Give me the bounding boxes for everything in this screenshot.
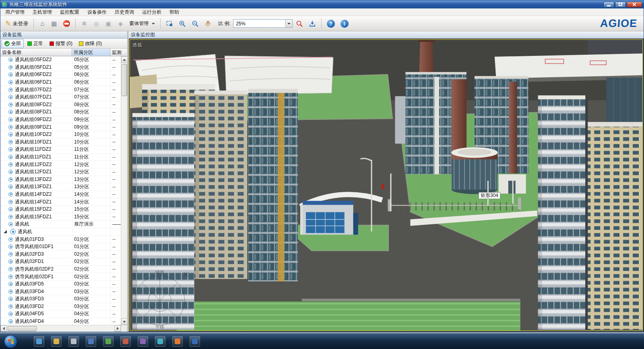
compass-pan-label[interactable]: 平移 [155, 324, 164, 329]
info-button[interactable]: i [338, 18, 351, 29]
table-row[interactable]: 通风机组06FDZ106分区-- [0, 79, 121, 86]
stop-button[interactable] [61, 18, 72, 29]
menu-item[interactable]: 帮助 [165, 8, 183, 16]
horizontal-scroll-thumb[interactable] [8, 326, 37, 331]
table-row[interactable]: 通风机组08FDZ208分区-- [0, 101, 121, 109]
table-row[interactable]: 通风机组05FDZ205分区-- [0, 56, 121, 64]
scroll-down-button[interactable] [121, 318, 128, 325]
home-button[interactable]: ⌂ [37, 18, 48, 29]
vertical-scroll-thumb[interactable] [122, 64, 127, 96]
start-button[interactable] [4, 335, 17, 348]
taskbar-app-button[interactable] [34, 336, 44, 347]
taskbar-app-button[interactable] [155, 336, 165, 347]
taskbar-app-button[interactable] [51, 336, 62, 347]
filter-button[interactable]: 故障 (0) [76, 39, 105, 48]
table-row[interactable]: 通风机组11FDZ211分区-- [0, 146, 121, 154]
scale-combobox[interactable]: 25% [233, 19, 293, 28]
column-header[interactable]: 设备名称 [0, 49, 72, 56]
layout-grid-button[interactable]: ▦ [49, 18, 60, 29]
menu-item[interactable]: 主机管理 [29, 8, 56, 16]
table-row[interactable]: 通风机组14FDZ114分区-- [0, 198, 121, 206]
table-row[interactable]: 通风机03FD303分区-- [0, 296, 121, 303]
table-row[interactable]: 通风机组09FDZ209分区-- [0, 116, 121, 124]
table-row[interactable]: 通风机展厅演示—— [0, 221, 121, 228]
table-row[interactable]: 通风机组14FDZ214分区-- [0, 191, 121, 199]
taskbar-app-button[interactable] [138, 336, 148, 347]
menu-item[interactable]: 设备操作 [83, 8, 111, 16]
close-button[interactable] [627, 2, 642, 8]
menu-item[interactable]: 历史查询 [111, 8, 138, 16]
filter-button[interactable]: 正常 [25, 39, 46, 48]
zoom-in-button[interactable] [176, 18, 188, 29]
table-row[interactable]: 通风机04FD404分区-- [0, 318, 121, 325]
horizontal-scrollbar[interactable] [0, 325, 127, 332]
taskbar-app-button[interactable] [68, 336, 79, 347]
table-row[interactable]: 通风机组12FDZ112分区-- [0, 168, 121, 176]
minimize-button[interactable] [603, 2, 614, 8]
table-row[interactable]: 通风机组09FDZ109分区-- [0, 123, 121, 131]
combo-dropdown-button[interactable] [285, 20, 292, 27]
taskbar-app-button[interactable] [172, 336, 183, 347]
table-row[interactable]: 通风机组06FDZ206分区-- [0, 71, 121, 79]
expander-icon[interactable] [4, 230, 7, 233]
table-row[interactable]: 通风机组07FDZ207分区-- [0, 86, 121, 94]
box-button[interactable]: ▣ [103, 18, 114, 29]
scroll-up-button[interactable] [121, 56, 128, 63]
taskbar-app-button[interactable] [86, 336, 96, 347]
taskbar-app-button[interactable] [190, 336, 200, 347]
fan-control-button[interactable]: ✻ [78, 18, 90, 29]
3d-viewport[interactable]: 透视 矩形304 缩放 平移 [130, 39, 643, 331]
column-header[interactable]: 所属分区 [72, 49, 110, 56]
help-button[interactable]: ? [324, 18, 337, 29]
menu-item[interactable]: 运行分析 [138, 8, 165, 16]
vertical-scrollbar[interactable] [121, 56, 127, 325]
maximize-button[interactable] [615, 2, 626, 8]
zoom-out-button[interactable] [189, 18, 201, 29]
table-row[interactable]: 通风机组10FDZ210分区-- [0, 131, 121, 139]
table-row[interactable]: 通风机03FD403分区-- [0, 288, 121, 296]
export-button[interactable] [306, 18, 318, 29]
table-row[interactable]: 通风机02FD102分区-- [0, 258, 121, 266]
table-row[interactable]: 诱导风机组02DF202分区-- [0, 266, 121, 273]
table-row[interactable]: 通风机组08FDZ108分区-- [0, 109, 121, 116]
menu-item[interactable]: 用户管理 [1, 8, 29, 16]
table-row[interactable]: 通风机组15FDZ115分区-- [0, 213, 121, 221]
compass-zoom-label[interactable]: 缩放 [155, 270, 164, 275]
object-annotation[interactable]: 矩形304 [479, 192, 500, 199]
table-row[interactable]: 通风机 [0, 228, 121, 236]
table-row[interactable]: 通风机组15FDZ215分区-- [0, 206, 121, 214]
table-row[interactable]: 通风机03FD203分区-- [0, 303, 121, 311]
table-row[interactable]: 诱导风机组02DF102分区-- [0, 273, 121, 281]
table-row[interactable]: 通风机03FD503分区-- [0, 281, 121, 288]
taskbar-app-button[interactable] [103, 336, 114, 347]
filter-button[interactable]: 全部 [2, 39, 24, 48]
scroll-left-button[interactable] [0, 325, 7, 332]
disc-button[interactable]: ◎ [91, 18, 102, 29]
table-row[interactable]: 通风机02FD302分区-- [0, 250, 121, 258]
filter-button[interactable]: 报警 (0) [47, 39, 75, 48]
table-row[interactable]: 通风机组10FDZ110分区-- [0, 139, 121, 146]
table-row[interactable]: 通风机组12FDZ212分区-- [0, 161, 121, 168]
table-row[interactable]: 通风机组13FDZ113分区-- [0, 183, 121, 191]
taskbar-app-button[interactable] [120, 336, 131, 347]
login-button[interactable]: ✎ 未登录 [3, 18, 31, 29]
navigation-compass[interactable]: 缩放 平移 [130, 268, 192, 329]
table-row[interactable]: 诱导风机组01DF101分区-- [0, 243, 121, 251]
extra-button[interactable]: ◈ [115, 18, 126, 29]
3d-scene[interactable] [130, 40, 642, 331]
table-row[interactable]: 通风机组11FDZ111分区-- [0, 154, 121, 161]
table-row[interactable]: 通风机01FD301分区-- [0, 236, 121, 243]
device-icon [8, 304, 13, 309]
table-row[interactable]: 通风机04FD504分区-- [0, 310, 121, 318]
table-row[interactable]: 通风机组05FDZ105分区-- [0, 64, 121, 72]
menu-item[interactable]: 监控配置 [56, 8, 83, 16]
frame-select-button[interactable] [163, 18, 175, 29]
device-name-cell: 通风机组10FDZ1 [0, 139, 72, 146]
column-header[interactable]: 监测 [110, 49, 127, 56]
table-row[interactable]: 通风机组13FDZ213分区-- [0, 176, 121, 184]
table-row[interactable]: 通风机组07FDZ107分区-- [0, 94, 121, 101]
pan-button[interactable] [202, 18, 214, 29]
window-manage-button[interactable]: 窗体管理 [127, 18, 157, 29]
reset-zoom-button[interactable] [293, 18, 305, 29]
scroll-right-button[interactable] [114, 325, 121, 332]
